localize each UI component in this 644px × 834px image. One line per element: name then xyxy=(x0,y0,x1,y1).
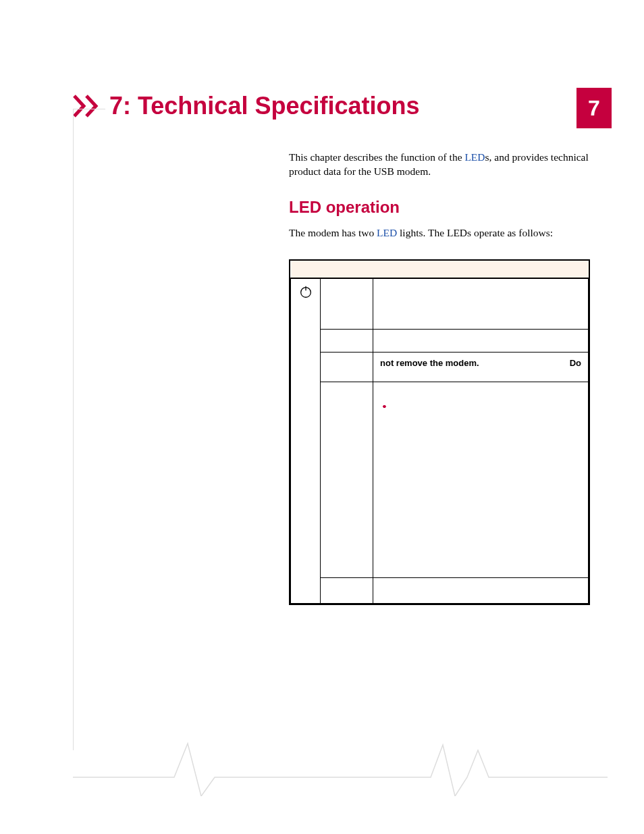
table-row xyxy=(291,578,589,604)
section-link-led[interactable]: LED xyxy=(377,227,397,238)
power-icon xyxy=(298,284,313,299)
cell-state-4 xyxy=(321,382,373,578)
cell-desc-2 xyxy=(373,330,589,353)
cell-state-5 xyxy=(321,578,373,604)
table-header-row xyxy=(291,261,589,278)
intro-paragraph: This chapter describes the function of t… xyxy=(289,151,591,179)
cell-state-2 xyxy=(321,330,373,353)
decorative-heartbeat-line xyxy=(73,737,608,796)
table-row xyxy=(291,330,589,353)
cell-led-icon xyxy=(291,278,321,604)
decorative-rule-horizontal xyxy=(73,109,105,109)
double-chevron-icon xyxy=(73,95,105,118)
table-row: Do not remove the modem. xyxy=(291,353,589,382)
content-column: This chapter describes the function of t… xyxy=(289,151,591,605)
cell-desc-3: Do not remove the modem. xyxy=(373,353,589,382)
cell-desc-4 xyxy=(373,382,589,578)
led-table: Do not remove the modem. xyxy=(289,259,590,606)
page: 7 7: Technical Specifications This chapt… xyxy=(0,0,644,834)
decorative-rule-vertical xyxy=(73,109,74,750)
chapter-title: 7: Technical Specifications xyxy=(109,92,419,120)
cell-desc-5 xyxy=(373,578,589,604)
warn-bold-a: Do xyxy=(570,358,581,368)
table-header-state xyxy=(321,261,373,278)
section-body: The modem has two LED lights. The LEDs o… xyxy=(289,226,591,240)
table-header-led xyxy=(291,261,321,278)
section-heading-led-operation: LED operation xyxy=(289,198,591,217)
intro-text-before: This chapter describes the function of t… xyxy=(289,151,464,163)
cell-state-3 xyxy=(321,353,373,382)
section-body-before: The modem has two xyxy=(289,227,377,238)
cell-desc-1 xyxy=(373,278,589,330)
table-header-indicates xyxy=(373,261,589,278)
chapter-title-row: 7: Technical Specifications xyxy=(73,92,419,120)
section-body-after: lights. The LEDs operate as follows: xyxy=(397,227,553,238)
chapter-number-tab: 7 xyxy=(576,88,612,128)
chapter-number: 7 xyxy=(588,96,600,121)
cell-state-1 xyxy=(321,278,373,330)
warn-bold-b: not remove the modem. xyxy=(380,358,581,368)
intro-link-led[interactable]: LED xyxy=(464,151,485,163)
table-row xyxy=(291,278,589,330)
table-row xyxy=(291,382,589,578)
